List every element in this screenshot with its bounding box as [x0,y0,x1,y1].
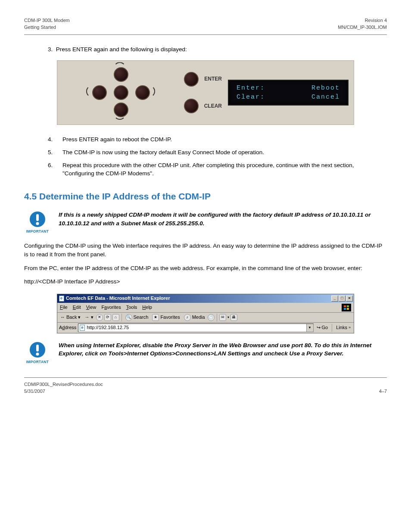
windows-logo-icon [342,304,351,311]
forward-button[interactable]: → ▾ [83,314,94,321]
stop-icon[interactable]: ✕ [96,314,103,321]
important-note-2-text: When using Internet Explorer, disable th… [59,341,387,358]
important-label: IMPORTANT [26,359,49,364]
ie-window: Comtech EF Data - Microsoft Internet Exp… [57,294,354,333]
ie-titlebar: Comtech EF Data - Microsoft Internet Exp… [57,294,354,303]
favorites-button[interactable]: ★Favorites [151,314,181,321]
address-value: http://192.168.12.75 [87,324,129,331]
step-4: 4 Press ENTER again to reboot the CDM-IP… [48,135,387,144]
svg-point-9 [36,352,39,355]
menu-view[interactable]: View [86,304,97,311]
address-page-icon [80,325,85,331]
mail-icon[interactable]: ✉ [219,314,226,321]
menu-file[interactable]: File [60,304,68,311]
important-note-2: IMPORTANT When using Internet Explorer, … [24,341,387,364]
paragraph-2: From the PC, enter the IP address of the… [24,264,387,273]
links-button[interactable]: Links » [335,324,352,332]
svg-rect-4 [347,305,349,307]
svg-rect-3 [344,305,346,307]
top-rule [24,34,387,35]
step-6: 6 Repeat this procedure with the other C… [48,161,387,178]
important-label: IMPORTANT [26,229,49,234]
header-left-sub: Getting Started [24,24,70,31]
lcd-r1-l: Enter: [237,84,265,93]
nav-left-button[interactable] [92,85,107,100]
lcd-display: Enter: Reboot Clear: Cancel [228,80,349,106]
back-button[interactable]: ↔ Back ▾ [59,314,82,321]
svg-rect-1 [36,214,39,221]
step-4-text: Press ENTER again to reboot the CDM-IP. [62,135,172,144]
header-right-rev: Revision 4 [338,17,387,24]
lcd-r1-r: Reboot [311,84,340,93]
footer-doc: CDMIP300L_RevisedProcedures.doc [24,381,387,388]
svg-rect-8 [36,345,39,352]
page-footer: CDMIP300L_RevisedProcedures.doc 5/31/200… [24,381,387,395]
refresh-icon[interactable]: ⟳ [104,314,111,321]
close-button[interactable]: × [346,296,353,302]
address-input[interactable]: http://192.168.12.75 ▼ [78,324,313,332]
important-note-1: IMPORTANT If this is a newly shipped CDM… [24,211,387,234]
media-icon: ♪ [184,314,191,321]
step-3-num: 3 [48,46,51,53]
menu-tools[interactable]: Tools [126,304,137,311]
history-icon[interactable]: 🕑 [208,314,215,321]
step-5-num: 5 [48,148,58,157]
svg-point-2 [36,222,39,225]
ie-title: Comtech EF Data - Microsoft Internet Exp… [66,295,170,302]
menu-edit[interactable]: Edit [73,304,81,311]
step-4-num: 4 [48,135,58,144]
front-panel-photo: ENTER CLEAR Enter: Reboot Clear: Cancel [57,60,354,125]
menu-help[interactable]: Help [142,304,152,311]
nav-up-button[interactable] [114,67,128,82]
important-note-1-text: If this is a newly shipped CDM-IP modem … [59,211,387,227]
maximize-button[interactable]: □ [339,296,346,302]
page-header: CDM-IP 300L Modem Getting Started Revisi… [24,17,387,31]
step-6-num: 6 [48,161,58,170]
address-label: Address [59,324,76,331]
bottom-rule [24,377,387,378]
search-icon: 🔍 [125,314,132,321]
address-example: http://<CDM-IP Interface IP Address> [24,277,387,286]
favorites-icon: ★ [152,314,159,321]
section-heading: 4.5 Determine the IP Address of the CDM-… [24,190,387,203]
search-button[interactable]: 🔍Search [124,314,150,321]
important-icon [29,341,46,358]
minimize-button[interactable]: _ [331,296,338,302]
ie-page-icon [59,296,64,302]
lcd-r2-r: Cancel [311,93,340,102]
svg-rect-5 [344,308,346,309]
nav-center-button[interactable] [114,85,128,100]
nav-right-button[interactable] [135,85,150,100]
paragraph-1: Configuring the CDM-IP using the Web int… [24,242,387,258]
footer-page: 4–7 [379,388,387,395]
media-button[interactable]: ♪Media [183,314,206,321]
svg-rect-6 [347,308,349,309]
home-icon[interactable]: ⌂ [112,314,119,321]
step-3-text: Press ENTER again and the following is d… [56,46,187,53]
address-dropdown-icon[interactable]: ▼ [306,324,313,332]
step-5: 5 The CDM-IP is now using the factory de… [48,148,387,157]
go-button[interactable]: ↪ Go [315,324,330,332]
print-icon[interactable]: 🖶 [230,314,237,321]
important-icon [29,211,46,228]
step-3: 3. Press ENTER again and the following i… [24,45,387,54]
footer-date: 5/31/2007 [24,388,45,395]
step-6-text: Repeat this procedure with the other CDM… [62,161,387,178]
nav-down-button[interactable] [114,103,128,117]
header-right-doc: MN/CDM_IP-300L.IOM [338,24,387,31]
header-left-title: CDM-IP 300L Modem [24,17,70,24]
step-5-text: The CDM-IP is now using the factory defa… [62,148,264,157]
lcd-r2-l: Clear: [237,93,265,102]
menu-favorites[interactable]: Favorites [101,304,121,311]
